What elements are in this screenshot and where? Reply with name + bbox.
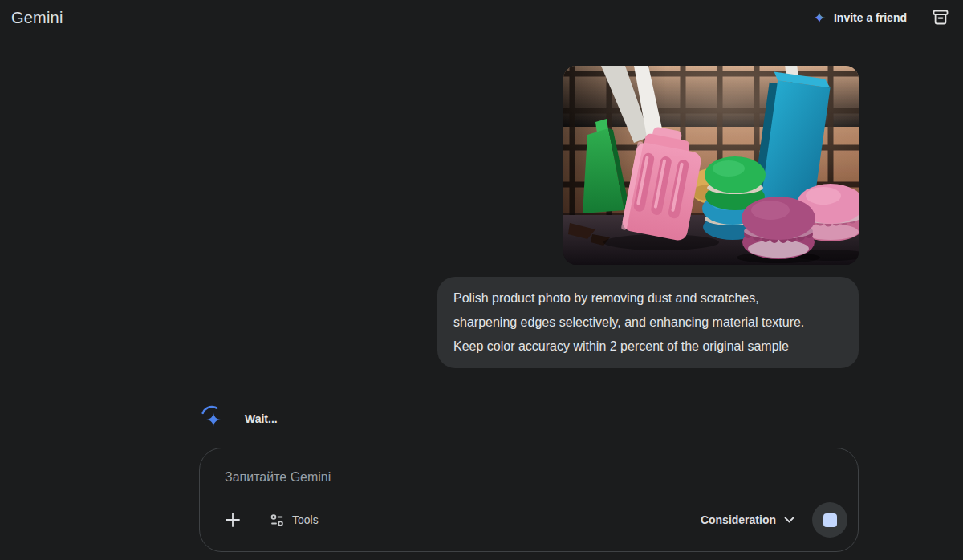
header-actions: Invite a friend <box>811 6 952 29</box>
tools-label: Tools <box>292 513 319 526</box>
gemini-sparkle-icon <box>812 10 827 25</box>
stop-icon <box>823 513 837 527</box>
assistant-loading-turn: Wait... <box>199 404 859 433</box>
tools-button[interactable]: Tools <box>265 508 323 533</box>
archive-button[interactable] <box>929 6 952 29</box>
add-attachment-button[interactable] <box>218 505 247 534</box>
composer-toolbar: Tools Consideration <box>200 493 858 551</box>
invite-a-friend-label: Invite a friend <box>834 11 907 24</box>
archive-icon <box>931 8 950 27</box>
plus-icon <box>223 510 242 530</box>
gemini-logo: Gemini <box>11 9 63 27</box>
user-message-turn: Polish product photo by removing dust an… <box>199 66 859 368</box>
model-selector-label: Consideration <box>701 513 776 526</box>
user-message-bubble: Polish product photo by removing dust an… <box>437 277 859 368</box>
model-selector-dropdown[interactable]: Consideration <box>697 509 798 531</box>
conversation: Polish product photo by removing dust an… <box>199 66 859 552</box>
sliders-icon <box>270 513 285 528</box>
stop-generating-button[interactable] <box>812 502 847 538</box>
header: Gemini Invite a friend <box>0 0 963 35</box>
assistant-status-text: Wait... <box>245 412 278 425</box>
prompt-composer[interactable]: Tools Consideration <box>199 448 859 552</box>
gemini-spinner-icon <box>201 405 226 432</box>
prompt-input[interactable] <box>223 466 708 489</box>
attached-product-image[interactable] <box>563 66 859 265</box>
invite-a-friend-button[interactable]: Invite a friend <box>811 7 908 28</box>
chevron-down-icon <box>784 517 794 524</box>
